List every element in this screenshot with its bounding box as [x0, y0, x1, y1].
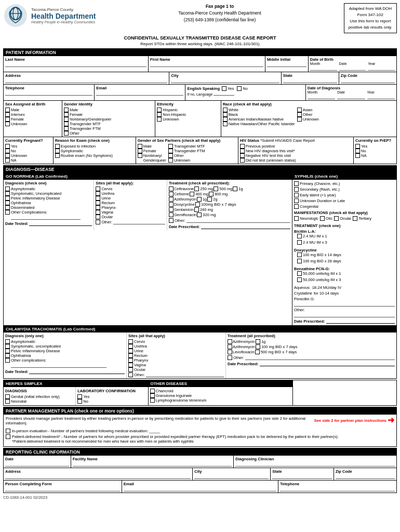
- chlam-site-rectum[interactable]: Rectum: [128, 353, 224, 358]
- herpes-lab-no-cb[interactable]: No: [77, 399, 146, 404]
- gon-site-ocular[interactable]: Ocular: [96, 215, 165, 219]
- mi-input[interactable]: [267, 63, 306, 67]
- syph-primary-cb[interactable]: Primary (Chancre, etc.): [294, 181, 395, 186]
- reporting-clinician-input[interactable]: [235, 462, 395, 467]
- sp-tmtf-cb[interactable]: Transgender MTF: [168, 144, 205, 149]
- herpes-lab-yes-cb[interactable]: Yes: [77, 394, 146, 399]
- sex-male-cb[interactable]: Male: [5, 108, 60, 112]
- sex-female-cb[interactable]: Female: [5, 117, 60, 122]
- sp-tftm-cb[interactable]: Transgender FTM: [168, 149, 205, 153]
- bicillin-3x-cb[interactable]: 2.4 MU IM x 3: [297, 240, 395, 245]
- prep-yes-cb[interactable]: Yes: [355, 144, 395, 149]
- chlam-site-urine[interactable]: Urine: [128, 349, 224, 353]
- reporting-person-input[interactable]: [5, 487, 120, 491]
- diag-date-input[interactable]: [337, 95, 365, 99]
- eth-hispanic-cb[interactable]: Hispanic: [157, 108, 219, 112]
- chlam-symptomatic-cb[interactable]: Symptomatic, uncomplicated: [5, 344, 125, 349]
- herpes-neonatal-cb[interactable]: Neonatal: [5, 399, 74, 404]
- reason-symptomatic-cb[interactable]: Symptomatic: [55, 149, 134, 153]
- race-asian-cb[interactable]: Asian: [297, 108, 319, 112]
- race-other-cb[interactable]: Other: [297, 112, 319, 117]
- reporting-state-input[interactable]: [272, 475, 331, 479]
- race-nhopi-cb[interactable]: Native Hawaiian/Other Pacific Islander: [223, 122, 295, 126]
- chlam-pid-cb[interactable]: Pelvic Inflammatory Disease: [5, 349, 125, 353]
- state-input[interactable]: [283, 79, 337, 83]
- sp-female-cb[interactable]: Female: [138, 149, 166, 153]
- gon-dissem-cb[interactable]: Disseminated: [5, 205, 92, 210]
- preg-na-cb[interactable]: NA: [5, 158, 51, 163]
- preg-unknown-cb[interactable]: Unknown: [5, 153, 51, 158]
- chlam-ophthal-cb[interactable]: Ophthalmia: [5, 353, 125, 358]
- gon-site-urethra[interactable]: Urethra: [96, 191, 165, 196]
- reporting-city-input[interactable]: [194, 475, 269, 479]
- other-lgv-cb[interactable]: Lymphogranuloma Venereum: [150, 398, 291, 403]
- gon-pid-cb[interactable]: Pelvic Inflammatory Disease: [5, 196, 92, 201]
- eth-nonhispanic-cb[interactable]: Non-Hispanic: [157, 112, 219, 117]
- hiv-new-diag-cb[interactable]: New HIV diagnosis this visit*: [240, 149, 352, 153]
- reporting-telephone-input[interactable]: [280, 487, 395, 491]
- reason-routine-cb[interactable]: Routine exam (No Symptoms): [55, 153, 134, 158]
- dob-month-input[interactable]: [310, 66, 337, 71]
- syph-secondary-cb[interactable]: Secondary (Rash, etc.): [294, 187, 395, 192]
- other-chancroid-cb[interactable]: Chancroid: [150, 389, 291, 393]
- herpes-genital-cb[interactable]: Genital (initial infection only): [5, 394, 74, 399]
- gon-asymptomatic-cb[interactable]: Asymptomatic: [5, 187, 92, 191]
- gender-female-cb[interactable]: Female: [64, 112, 153, 117]
- sex-intersex-cb[interactable]: Intersex: [5, 112, 60, 117]
- bicillin-1x-cb[interactable]: 2.4 MU IM x 1: [297, 234, 395, 238]
- chlam-asymptomatic-cb[interactable]: Asymptomatic: [5, 339, 125, 344]
- gender-tftm-cb[interactable]: Transgender FTM: [64, 126, 153, 131]
- gon-site-urine[interactable]: Urine: [96, 196, 165, 201]
- chlam-site-cervix[interactable]: Cervix: [128, 339, 224, 344]
- chlam-other-cb[interactable]: Other complications:: [5, 358, 125, 363]
- hiv-no-test-cb[interactable]: Did not test (unknown status): [240, 158, 352, 163]
- manif-tertiary-cb[interactable]: Tertiary: [353, 216, 371, 221]
- preg-no-cb[interactable]: No: [5, 149, 51, 153]
- gon-other-cb[interactable]: Other Complications:: [5, 210, 92, 215]
- sp-nonbinary-cb[interactable]: Nonbinary/: [138, 153, 166, 158]
- race-black-cb[interactable]: Black: [223, 112, 295, 117]
- gon-site-pharynx[interactable]: Pharynx: [96, 205, 165, 210]
- doxy-14-cb[interactable]: 100 mg BID x 14 days: [297, 252, 395, 257]
- diag-month-input[interactable]: [308, 95, 335, 99]
- english-no-checkbox[interactable]: No: [237, 86, 248, 91]
- gon-site-rectum[interactable]: Rectum: [96, 201, 165, 205]
- prep-na-cb[interactable]: NA: [355, 153, 395, 158]
- chlam-site-urethra[interactable]: Urethra: [128, 344, 224, 349]
- preg-yes-cb[interactable]: Yes: [5, 144, 51, 149]
- gender-nonbinary-cb[interactable]: Nonbinary/Genderqueer: [64, 117, 153, 122]
- reason-exposed-cb[interactable]: Exposed to infection: [55, 144, 134, 149]
- dob-date-input[interactable]: [339, 66, 366, 71]
- city-input[interactable]: [171, 79, 279, 83]
- gender-tmtf-cb[interactable]: Transgender MTF: [64, 122, 153, 126]
- benz-3x-cb[interactable]: 50,000 units/kg IM x 3: [297, 277, 395, 282]
- reporting-address-input[interactable]: [5, 475, 191, 479]
- telephone-input[interactable]: [5, 91, 92, 96]
- gender-male-cb[interactable]: Male: [64, 108, 153, 112]
- zip-input[interactable]: [341, 79, 395, 83]
- diag-year-input[interactable]: [367, 95, 395, 99]
- race-unknown-cb[interactable]: Unknown: [297, 117, 319, 122]
- doxy-28-cb[interactable]: 100 mg BID x 28 days: [297, 259, 395, 263]
- gon-ophthal-cb[interactable]: Ophthalmia: [5, 201, 92, 205]
- syph-congenital-cb[interactable]: Congenital: [294, 204, 395, 209]
- chlam-site-pharynx[interactable]: Pharynx: [128, 358, 224, 363]
- gon-site-cervix[interactable]: Cervix: [96, 187, 165, 191]
- sp-male-cb[interactable]: Male: [138, 144, 166, 149]
- sp-other-cb[interactable]: Other: [168, 153, 205, 158]
- chlam-site-ocular[interactable]: Ocular: [128, 367, 224, 372]
- hiv-neg-cb[interactable]: Negative HIV test this visit: [240, 153, 352, 158]
- sp-unknown-cb[interactable]: Unknown: [168, 158, 205, 163]
- other-granuloma-cb[interactable]: Granuloma Inguinale: [150, 393, 291, 398]
- syph-unknown-duration-cb[interactable]: Unknown Duration or Late: [294, 198, 395, 203]
- address-input[interactable]: [5, 79, 167, 83]
- syph-early-latent-cb[interactable]: Early latent (<1 year): [294, 193, 395, 197]
- last-name-input[interactable]: [5, 63, 146, 67]
- sex-unknown-cb[interactable]: Unknown: [5, 122, 60, 126]
- prep-no-cb[interactable]: No: [355, 149, 395, 153]
- manif-ocular-cb[interactable]: Ocular: [334, 216, 351, 221]
- chlam-site-vagina[interactable]: Vagina: [128, 363, 224, 367]
- benz-1x-cb[interactable]: 50,000 units/kg IM x 1: [297, 271, 395, 276]
- reporting-email-input[interactable]: [124, 487, 276, 491]
- first-name-input[interactable]: [150, 63, 263, 67]
